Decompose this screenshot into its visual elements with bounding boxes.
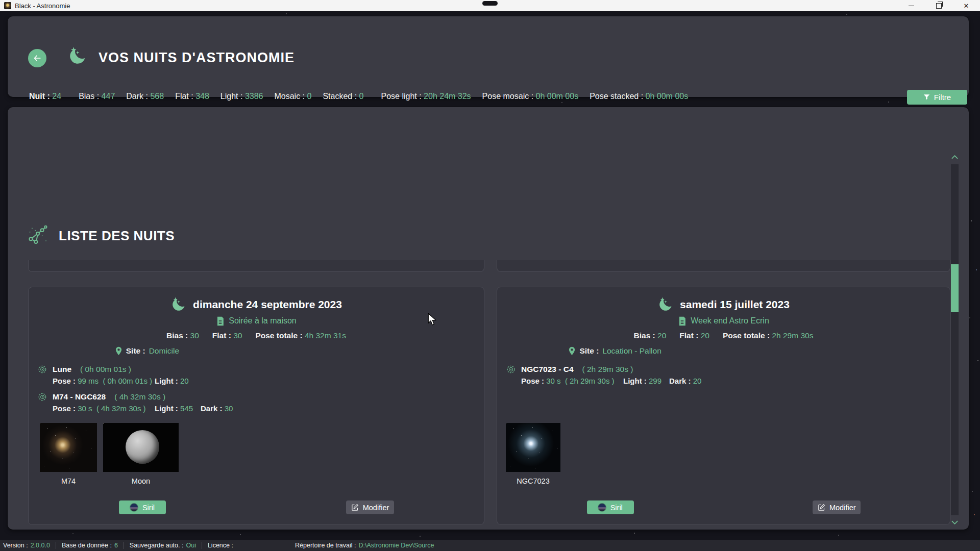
moon-stars-icon <box>170 296 187 313</box>
scroll-down-button[interactable] <box>950 517 959 528</box>
moon-thumbnail[interactable] <box>103 423 179 472</box>
statusbar-value: 2.0.0.0 <box>31 542 50 549</box>
target-icon <box>38 365 47 374</box>
thumbnail-label: NGC7023 <box>517 477 549 485</box>
target-duration: ( 4h 32m 30s ) <box>114 392 165 402</box>
filter-button[interactable]: Filtre <box>907 90 967 105</box>
close-icon: ✕ <box>964 3 969 9</box>
statusbar-label: Base de donnée : <box>62 542 112 549</box>
screen-notch <box>482 1 498 6</box>
site-value: Domicile <box>149 346 179 356</box>
light-label: Light : <box>623 377 647 385</box>
chevron-down-icon <box>951 520 958 524</box>
m74-thumbnail[interactable] <box>40 423 97 472</box>
minimize-icon <box>909 6 914 6</box>
modify-button-label: Modifier <box>363 504 389 512</box>
pose-label: Pose : <box>53 404 76 413</box>
vertical-scrollbar[interactable] <box>950 152 959 528</box>
siril-button[interactable]: Siril <box>119 500 166 514</box>
modify-button[interactable]: Modifier <box>813 500 861 514</box>
night-date: dimanche 24 septembre 2023 <box>193 298 342 311</box>
site-label: Site : <box>126 346 145 356</box>
window-controls: ✕ <box>897 0 980 11</box>
light-label: Light : <box>155 377 178 385</box>
stat-label: Bias : <box>166 331 188 340</box>
note-icon <box>678 316 687 326</box>
list-title: LISTE DES NUITS <box>59 228 175 244</box>
night-card: dimanche 24 septembre 2023 Soirée à la m… <box>28 287 484 525</box>
stat-label: Dark : <box>126 92 148 101</box>
siril-logo-icon <box>130 504 138 511</box>
night-event: Soirée à la maison <box>229 316 297 325</box>
pose-total: ( 0h 00m 01s ) <box>103 377 152 385</box>
light-label: Light : <box>155 404 178 413</box>
minimize-button[interactable] <box>897 0 925 11</box>
filter-icon <box>923 94 930 101</box>
global-stats: Nuit : 24 Bias : 447 Dark : 568 Flat : 3… <box>29 92 688 101</box>
modify-button-label: Modifier <box>829 504 856 512</box>
stat-label: Pose totale : <box>255 331 302 340</box>
pose-label: Pose : <box>53 377 76 385</box>
stat-label: Stacked : <box>323 92 357 101</box>
night-event: Week end Astro Ecrin <box>691 316 769 325</box>
stat-value: 447 <box>102 92 115 101</box>
night-date: samedi 15 juillet 2023 <box>680 298 790 311</box>
light-value: 545 <box>180 404 193 413</box>
back-button[interactable] <box>28 49 46 67</box>
scrollbar-track[interactable] <box>951 164 959 515</box>
target-item: M74 - NGC628 ( 4h 32m 30s ) Pose : 30 s … <box>29 391 484 414</box>
thumbnails-row: M74 Moon <box>40 423 179 485</box>
stat-label: Pose light : <box>381 92 421 101</box>
night-card-partial <box>497 260 950 272</box>
close-button[interactable]: ✕ <box>952 0 980 11</box>
stat-value: 0 <box>307 92 312 101</box>
stat-label: Bias : <box>79 92 99 101</box>
siril-button[interactable]: Siril <box>587 500 634 514</box>
scrollbar-thumb[interactable] <box>951 264 959 312</box>
target-name: Lune <box>53 365 71 374</box>
statusbar-value: Oui <box>186 542 195 549</box>
restore-icon <box>936 3 942 9</box>
desktop-background: Black - Astronomie ✕ VOS NUITS D'ASTRONO… <box>0 0 980 551</box>
dark-value: 20 <box>693 377 702 385</box>
ngc7023-thumbnail[interactable] <box>506 423 560 472</box>
card-buttons-row: Siril Modifier <box>29 500 484 514</box>
stat-value: 0h 00m 00s <box>536 92 579 101</box>
location-pin-icon <box>115 346 122 356</box>
chevron-up-icon <box>951 155 958 159</box>
statusbar-label: Répertoire de travail : <box>295 542 356 549</box>
page-title: VOS NUITS D'ASTRONOMIE <box>99 50 295 66</box>
thumbnail-label: M74 <box>61 477 76 485</box>
modify-button[interactable]: Modifier <box>346 500 394 514</box>
target-thumbnail-figure: NGC7023 <box>506 423 560 485</box>
stat-value: 20h 24m 32s <box>424 92 471 101</box>
night-card-header: samedi 15 juillet 2023 <box>497 296 950 313</box>
target-name: NGC7023 - C4 <box>521 365 574 374</box>
stat-value: 348 <box>195 92 209 101</box>
statusbar-label: Sauvegarde auto. : <box>130 542 184 549</box>
edit-icon <box>351 504 359 511</box>
pose-total: ( 4h 32m 30s ) <box>96 404 146 413</box>
siril-button-label: Siril <box>610 504 623 512</box>
status-bar: Version :2.0.0.0 Base de donnée :6 Sauve… <box>0 540 980 551</box>
stat-label: Flat : <box>679 331 698 340</box>
window-title: Black - Astronomie <box>15 2 70 10</box>
targets-list: NGC7023 - C4 ( 2h 29m 30s ) Pose : 30 s … <box>497 364 950 387</box>
statusbar-value: D:\Astronomie Dev\Source <box>359 542 434 549</box>
thumbnails-row: NGC7023 <box>506 423 560 485</box>
stat-value: 30 <box>190 331 199 340</box>
target-duration: ( 2h 29m 30s ) <box>582 365 633 374</box>
night-card: samedi 15 juillet 2023 Week end Astro Ec… <box>497 287 950 525</box>
stat-label: Bias : <box>634 331 655 340</box>
restore-button[interactable] <box>925 0 952 11</box>
target-name: M74 - NGC628 <box>53 392 106 402</box>
target-duration: ( 0h 00m 01s ) <box>80 365 131 374</box>
app-icon <box>4 2 11 9</box>
statusbar-label: Licence : <box>208 542 233 549</box>
scroll-up-button[interactable] <box>950 152 959 162</box>
stat-value: 20 <box>701 331 709 340</box>
stat-value: 2h 29m 30s <box>772 331 813 340</box>
dark-value: 30 <box>225 404 233 413</box>
siril-button-label: Siril <box>142 504 155 512</box>
target-item: NGC7023 - C4 ( 2h 29m 30s ) Pose : 30 s … <box>497 364 950 387</box>
